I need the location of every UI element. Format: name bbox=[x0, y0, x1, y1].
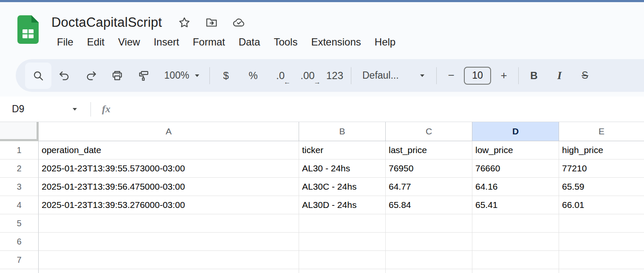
menu-extensions[interactable]: Extensions bbox=[304, 34, 367, 50]
format-currency-button[interactable]: $ bbox=[212, 63, 240, 89]
move-to-folder-icon[interactable] bbox=[205, 16, 218, 29]
menu-edit[interactable]: Edit bbox=[80, 34, 111, 50]
cell-E4[interactable]: 66.01 bbox=[559, 196, 644, 214]
increase-font-size-button[interactable]: + bbox=[492, 63, 516, 89]
row-header-4[interactable]: 4 bbox=[0, 196, 39, 214]
formula-input[interactable] bbox=[118, 97, 644, 122]
paint-format-button[interactable] bbox=[130, 63, 157, 89]
decrease-decimal-button[interactable]: .0 ← bbox=[267, 63, 294, 89]
cell-D6[interactable] bbox=[472, 233, 559, 251]
redo-button[interactable] bbox=[78, 63, 104, 89]
formula-bar-divider bbox=[90, 102, 91, 117]
cell-A6[interactable] bbox=[39, 233, 299, 251]
more-formats-icon: 123 bbox=[326, 70, 343, 82]
cell-E2[interactable]: 77210 bbox=[559, 159, 644, 178]
cell-E5[interactable] bbox=[559, 214, 644, 233]
column-header-E[interactable]: E bbox=[559, 122, 644, 141]
cell-A2[interactable]: 2025-01-23T13:39:55.573000-03:00 bbox=[39, 159, 299, 178]
search-button[interactable] bbox=[25, 63, 51, 89]
row-header-8[interactable]: 8 bbox=[0, 269, 39, 273]
cell-A5[interactable] bbox=[39, 214, 299, 233]
cell-B1[interactable]: ticker bbox=[299, 141, 386, 159]
select-all-corner[interactable] bbox=[0, 122, 39, 141]
table-row: 1operation_datetickerlast_pricelow_price… bbox=[0, 141, 644, 159]
cell-C5[interactable] bbox=[386, 214, 472, 233]
column-header-B[interactable]: B bbox=[299, 122, 386, 141]
font-size-input[interactable]: 10 bbox=[464, 67, 491, 85]
cell-D2[interactable]: 76660 bbox=[472, 159, 559, 178]
document-title[interactable]: DoctaCapitalScript bbox=[51, 15, 162, 30]
column-header-D[interactable]: D bbox=[472, 122, 559, 141]
left-arrow-icon: ← bbox=[284, 78, 291, 86]
cell-B3[interactable]: AL30C - 24hs bbox=[299, 178, 386, 196]
row-header-7[interactable]: 7 bbox=[0, 251, 39, 269]
font-family-selector[interactable]: Defaul... bbox=[354, 63, 434, 89]
zoom-selector[interactable]: 100% bbox=[157, 63, 207, 89]
percent-icon: % bbox=[249, 70, 257, 82]
cell-D7[interactable] bbox=[472, 251, 559, 269]
cell-C6[interactable] bbox=[386, 233, 472, 251]
cell-D5[interactable] bbox=[472, 214, 559, 233]
decrease-decimal-icon: .0 bbox=[276, 70, 285, 81]
cell-A7[interactable] bbox=[39, 251, 299, 269]
cell-A3[interactable]: 2025-01-23T13:39:56.475000-03:00 bbox=[39, 178, 299, 196]
row-header-5[interactable]: 5 bbox=[0, 214, 39, 233]
cell-B8[interactable] bbox=[299, 269, 386, 273]
cell-C2[interactable]: 76950 bbox=[386, 159, 472, 178]
font-size-value: 10 bbox=[472, 70, 483, 81]
menu-format[interactable]: Format bbox=[186, 34, 232, 50]
menu-tools[interactable]: Tools bbox=[267, 34, 304, 50]
cell-E1[interactable]: high_price bbox=[559, 141, 644, 159]
cell-B5[interactable] bbox=[299, 214, 386, 233]
print-button[interactable] bbox=[104, 63, 130, 89]
cell-C7[interactable] bbox=[386, 251, 472, 269]
cell-A1[interactable]: operation_date bbox=[39, 141, 299, 159]
strikethrough-button[interactable]: S bbox=[572, 63, 598, 89]
cell-C8[interactable] bbox=[386, 269, 472, 273]
cell-D3[interactable]: 64.16 bbox=[472, 178, 559, 196]
row-header-1[interactable]: 1 bbox=[0, 141, 39, 159]
name-box[interactable]: D9 bbox=[0, 97, 90, 122]
sheets-logo-icon[interactable] bbox=[17, 15, 39, 44]
toolbar-divider bbox=[436, 67, 437, 84]
cell-D1[interactable]: low_price bbox=[472, 141, 559, 159]
italic-button[interactable]: I bbox=[547, 63, 572, 89]
star-icon[interactable] bbox=[178, 16, 191, 29]
cell-D4[interactable]: 65.41 bbox=[472, 196, 559, 214]
cell-E6[interactable] bbox=[559, 233, 644, 251]
row-header-3[interactable]: 3 bbox=[0, 178, 39, 196]
increase-decimal-button[interactable]: .00 → bbox=[294, 63, 321, 89]
cell-E7[interactable] bbox=[559, 251, 644, 269]
cell-B7[interactable] bbox=[299, 251, 386, 269]
undo-button[interactable] bbox=[51, 63, 78, 89]
cell-C4[interactable]: 65.84 bbox=[386, 196, 472, 214]
table-row: 22025-01-23T13:39:55.573000-03:00AL30 - … bbox=[0, 159, 644, 178]
cell-E3[interactable]: 65.59 bbox=[559, 178, 644, 196]
decrease-font-size-button[interactable]: − bbox=[439, 63, 463, 89]
cloud-saved-icon[interactable] bbox=[232, 16, 245, 29]
format-percent-button[interactable]: % bbox=[240, 63, 267, 89]
cell-B2[interactable]: AL30 - 24hs bbox=[299, 159, 386, 178]
cell-A4[interactable]: 2025-01-23T13:39:53.276000-03:00 bbox=[39, 196, 299, 214]
cell-D8[interactable] bbox=[472, 269, 559, 273]
menu-view[interactable]: View bbox=[111, 34, 147, 50]
row-header-2[interactable]: 2 bbox=[0, 159, 39, 178]
cell-C3[interactable]: 64.77 bbox=[386, 178, 472, 196]
cell-E8[interactable] bbox=[559, 269, 644, 273]
menu-data[interactable]: Data bbox=[232, 34, 267, 50]
more-formats-button[interactable]: 123 bbox=[321, 63, 348, 89]
toolbar-divider bbox=[351, 67, 351, 84]
column-header-A[interactable]: A bbox=[39, 122, 299, 141]
row-header-6[interactable]: 6 bbox=[0, 233, 39, 251]
table-row: 5 bbox=[0, 214, 644, 233]
menu-file[interactable]: File bbox=[50, 34, 80, 50]
menu-insert[interactable]: Insert bbox=[147, 34, 186, 50]
column-header-C[interactable]: C bbox=[386, 122, 472, 141]
cell-B4[interactable]: AL30D - 24hs bbox=[299, 196, 386, 214]
bold-button[interactable]: B bbox=[521, 63, 547, 89]
menu-help[interactable]: Help bbox=[368, 34, 402, 50]
table-row: 42025-01-23T13:39:53.276000-03:00AL30D -… bbox=[0, 196, 644, 214]
cell-A8[interactable] bbox=[39, 269, 299, 273]
cell-C1[interactable]: last_price bbox=[386, 141, 472, 159]
cell-B6[interactable] bbox=[299, 233, 386, 251]
